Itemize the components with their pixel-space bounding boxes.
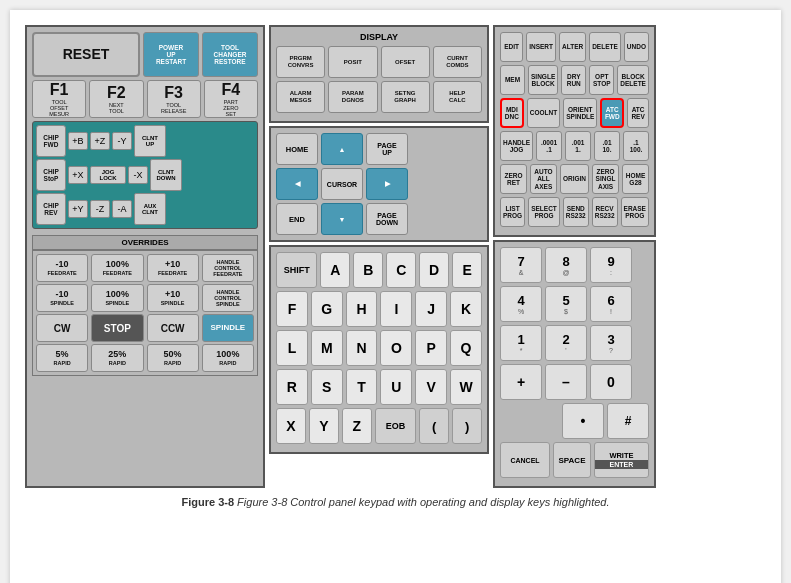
shift-button[interactable]: SHIFT	[276, 252, 317, 288]
home-button[interactable]: HOME	[276, 133, 318, 165]
handle-control-spindle-button[interactable]: HANDLECONTROLSPINDLE	[202, 284, 254, 312]
home-g28-button[interactable]: HOMEG28	[622, 164, 649, 194]
feed-01-button[interactable]: .0110.	[594, 131, 620, 161]
tool-changer-button[interactable]: TOOLCHANGERRESTORE	[202, 32, 258, 77]
key-1[interactable]: 1*	[500, 325, 542, 361]
mdi-dnc-button[interactable]: MDIDNC	[500, 98, 524, 128]
key-k[interactable]: K	[450, 291, 482, 327]
key-2[interactable]: 2'	[545, 325, 587, 361]
page-down-button[interactable]: PAGEDOWN	[366, 203, 408, 235]
key-z[interactable]: Z	[342, 408, 372, 444]
jog-lock-button[interactable]: JOGLOCK	[90, 166, 126, 184]
key-e[interactable]: E	[452, 252, 482, 288]
alarm-mesgs-button[interactable]: ALARMMESGS	[276, 81, 325, 113]
key-7[interactable]: 7&	[500, 247, 542, 283]
prgrm-convrs-button[interactable]: PRGRMCONVRS	[276, 46, 325, 78]
close-paren-button[interactable]: )	[452, 408, 482, 444]
rapid-100-button[interactable]: 100%RAPID	[202, 344, 254, 372]
key-f[interactable]: F	[276, 291, 308, 327]
plus-b-button[interactable]: +B	[68, 132, 88, 150]
select-prog-button[interactable]: SELECTPROG	[528, 197, 560, 227]
atc-rev-button[interactable]: ATCREV	[627, 98, 649, 128]
key-9[interactable]: 9:	[590, 247, 632, 283]
opt-stop-button[interactable]: OPTSTOP	[589, 65, 614, 95]
key-j[interactable]: J	[415, 291, 447, 327]
key-q[interactable]: Q	[450, 330, 482, 366]
send-rs232-button[interactable]: SENDRS232	[563, 197, 589, 227]
key-n[interactable]: N	[346, 330, 378, 366]
stop-button[interactable]: STOP	[91, 314, 143, 342]
setng-graph-button[interactable]: SETNGGRAPH	[381, 81, 430, 113]
key-m[interactable]: M	[311, 330, 343, 366]
f4-button[interactable]: F4 PARTZEROSET	[204, 80, 258, 118]
delete-button[interactable]: DELETE	[589, 32, 621, 62]
key-p[interactable]: P	[415, 330, 447, 366]
key-hash[interactable]: #	[607, 403, 649, 439]
recv-rs232-button[interactable]: RECVRS232	[592, 197, 618, 227]
f1-button[interactable]: F1 TOOLOFSETMESUR	[32, 80, 86, 118]
key-6[interactable]: 6!	[590, 286, 632, 322]
minus-z-button[interactable]: -Z	[90, 200, 110, 218]
alter-button[interactable]: ALTER	[559, 32, 586, 62]
end-button[interactable]: END	[276, 203, 318, 235]
key-b[interactable]: B	[353, 252, 383, 288]
minus-y-button[interactable]: -Y	[112, 132, 132, 150]
atc-fwd-button[interactable]: ATCFWD	[600, 98, 624, 128]
dry-run-button[interactable]: DRYRUN	[561, 65, 586, 95]
rapid-25-button[interactable]: 25%RAPID	[91, 344, 143, 372]
key-h[interactable]: H	[346, 291, 378, 327]
minus-a-button[interactable]: -A	[112, 200, 132, 218]
key-x[interactable]: X	[276, 408, 306, 444]
key-a[interactable]: A	[320, 252, 350, 288]
write-enter-button[interactable]: WRITE ENTER	[594, 442, 649, 478]
key-s[interactable]: S	[311, 369, 343, 405]
spindle-100-button[interactable]: 100%SPINDLE	[91, 284, 143, 312]
minus-y2-button[interactable]: +Y	[68, 200, 88, 218]
spindle-minus10-button[interactable]: -10SPINDLE	[36, 284, 88, 312]
eob-button[interactable]: EOB	[375, 408, 416, 444]
clnt-down-button[interactable]: CLNTDOWN	[150, 159, 182, 191]
page-up-button[interactable]: PAGEUP	[366, 133, 408, 165]
cancel-button[interactable]: CANCEL	[500, 442, 550, 478]
rapid-5-button[interactable]: 5%RAPID	[36, 344, 88, 372]
power-up-button[interactable]: POWERUPRESTART	[143, 32, 199, 77]
list-prog-button[interactable]: LISTPROG	[500, 197, 525, 227]
orient-spindle-button[interactable]: ORIENTSPINDLE	[563, 98, 597, 128]
feedrate-minus10-button[interactable]: -10FEEDRATE	[36, 254, 88, 282]
spindle-on-button[interactable]: SPINDLE	[202, 314, 254, 342]
key-i[interactable]: I	[380, 291, 412, 327]
key-d[interactable]: D	[419, 252, 449, 288]
key-8[interactable]: 8@	[545, 247, 587, 283]
key-plus[interactable]: +	[500, 364, 542, 400]
ccw-button[interactable]: CCW	[147, 314, 199, 342]
plus-x-button[interactable]: +X	[68, 166, 88, 184]
feedrate-100-button[interactable]: 100%FEEDRATE	[91, 254, 143, 282]
key-0[interactable]: 0	[590, 364, 632, 400]
reset-button[interactable]: RESET	[32, 32, 140, 77]
rapid-50-button[interactable]: 50%RAPID	[147, 344, 199, 372]
param-dgnos-button[interactable]: PARAMDGNOS	[328, 81, 377, 113]
key-v[interactable]: V	[415, 369, 447, 405]
feed-001-button[interactable]: .0011.	[565, 131, 591, 161]
plus-z-button[interactable]: +Z	[90, 132, 110, 150]
minus-x-button[interactable]: -X	[128, 166, 148, 184]
key-c[interactable]: C	[386, 252, 416, 288]
coolnt-button[interactable]: COOLNT	[527, 98, 560, 128]
key-y[interactable]: Y	[309, 408, 339, 444]
mem-button[interactable]: MEM	[500, 65, 525, 95]
key-o[interactable]: O	[380, 330, 412, 366]
key-4[interactable]: 4%	[500, 286, 542, 322]
key-u[interactable]: U	[380, 369, 412, 405]
key-minus[interactable]: –	[545, 364, 587, 400]
open-paren-button[interactable]: (	[419, 408, 449, 444]
chip-fwd-button[interactable]: CHIPFWD	[36, 125, 66, 157]
block-delete-button[interactable]: BLOCKDELETE	[617, 65, 649, 95]
aux-clnt-button[interactable]: AUXCLNT	[134, 193, 166, 225]
key-w[interactable]: W	[450, 369, 482, 405]
spindle-plus10-button[interactable]: +10SPINDLE	[147, 284, 199, 312]
key-r[interactable]: R	[276, 369, 308, 405]
zero-singl-axis-button[interactable]: ZEROSINGLAXIS	[592, 164, 619, 194]
handle-jog-button[interactable]: HANDLEJOG	[500, 131, 533, 161]
feed-1-button[interactable]: .1100.	[623, 131, 649, 161]
feedrate-plus10-button[interactable]: +10FEEDRATE	[147, 254, 199, 282]
